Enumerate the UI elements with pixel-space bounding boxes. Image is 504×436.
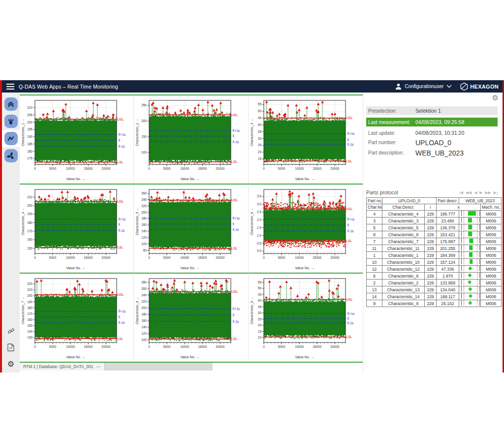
chart-cell-Characteristic_6[interactable]: X̄+1sX̄X̄-1sUSLLSL050001000015000200000.… [249,184,363,273]
svg-text:3.0: 3.0 [257,202,261,206]
table-row-Characteristic_9[interactable]: 9Characteristic_922925.102M006 [367,300,502,307]
menu-icon[interactable] [2,84,19,90]
table-row-Characteristic_6[interactable]: 6Characteristic_62291.870M006 [367,273,502,280]
cell-char-descr: Characteristic_12 [382,266,425,273]
cell-char-no: 14 [367,293,382,300]
sidebar-item-process-control[interactable] [2,113,20,130]
report-button[interactable] [2,339,20,356]
cell-x-value: 184.369 [437,252,459,259]
cell-char-no: 10 [367,259,382,266]
table-row-Characteristic_12[interactable]: 12Characteristic_1222947.336M006 [367,266,502,273]
svg-text:30: 30 [257,137,261,140]
svg-text:0: 0 [34,256,36,259]
table-row-Characteristic_3[interactable]: 3Characteristic_322923.490M006 [367,218,502,224]
part-description-row: Part description: WEB_UB_2023 [366,148,498,158]
right-panel: ⚙ Preselection: Selektion 1 Last measure… [363,93,503,373]
col-mach-no[interactable]: Mach. no. [481,204,502,211]
svg-text:X̄+1s: X̄+1s [347,132,355,135]
table-row-Characteristic_14[interactable]: 14Characteristic_14229188.117M006 [367,293,502,300]
hexagon-logo-icon [460,82,469,91]
svg-text:Characteristic_7 →: Characteristic_7 → [21,297,25,324]
spec-limit-viz [460,273,481,278]
prev-page-icon[interactable]: ◀ [474,190,477,195]
charts-area: X̄+1sX̄X̄-1sUSLLSL0500010000150002000017… [20,93,363,373]
sidebar-item-rotor[interactable] [2,147,20,164]
last-page-icon[interactable]: ▶| [494,190,498,195]
fast-forward-icon[interactable]: ▶▶ [485,190,491,195]
tab-more-icon[interactable]: ⋯ [96,364,101,369]
svg-text:1.0: 1.0 [257,234,261,237]
table-row-Characteristic_4[interactable]: 4Characteristic_4229196.777M006 [367,211,502,218]
chart-cell-Characteristic_1[interactable]: X̄+1sX̄X̄-1sUSLLSL0500010000150002000017… [20,94,134,184]
database-tab[interactable]: RTM 1 | Database: QDAS_DATA_001 ⋯ [20,363,105,371]
svg-text:Value No. →: Value No. → [295,177,314,181]
preselection-row[interactable]: Preselection: Selektion 1 [366,106,498,115]
cell-char-no: 6 [367,273,382,280]
svg-text:250: 250 [141,103,147,107]
sidebar-item-realtime-monitoring[interactable] [2,130,20,147]
table-row-Characteristic_11[interactable]: 11Characteristic_11229201.255M006 [367,245,502,252]
col-x[interactable]: x [437,204,481,211]
chart-cell-Characteristic_5[interactable]: X̄+1sX̄X̄-1sUSLLSL0500010000150002000080… [134,184,248,273]
cell-spec-limit-viz [459,224,481,231]
cell-spec-limit-viz [459,238,481,245]
chart-cell-Characteristic_3[interactable]: X̄+1sX̄X̄-1sUSLLSL0500010000150002000015… [249,94,363,184]
cell-i: 229 [425,286,437,293]
svg-text:3.5: 3.5 [257,194,261,198]
svg-text:Characteristic_5 →: Characteristic_5 → [135,208,139,235]
col-char-descr[interactable]: Char.Descr. [382,204,425,211]
chart-cell-Characteristic_7[interactable]: X̄+1sX̄X̄-1sUSLLSL0500010000150002000013… [20,273,134,362]
svg-text:X̄+1s: X̄+1s [347,312,355,315]
svg-text:20000: 20000 [216,256,225,259]
settings-button[interactable]: ⚙ [2,356,20,373]
svg-text:USL: USL [346,207,353,211]
col-char-no[interactable]: Char.No [367,204,382,211]
svg-text:Value No. →: Value No. → [295,355,314,359]
table-row-Characteristic_13[interactable]: 13Characteristic_13229134.040M006 [367,286,502,293]
link-button[interactable] [2,323,20,339]
cell-char-no: 8 [367,231,382,238]
svg-text:Characteristic_6 →: Characteristic_6 → [250,208,254,235]
table-row-Characteristic_10[interactable]: 10Characteristic_10229157.124M006 [367,259,502,266]
chart-cell-Characteristic_2[interactable]: X̄+1sX̄X̄-1sUSLLSL0500010000150002000010… [134,94,248,184]
svg-text:Characteristic_1 →: Characteristic_1 → [21,119,25,146]
cell-mach-no: M006 [481,280,502,286]
chart-cell-Characteristic_8[interactable]: X̄+1sX̄X̄-1sUSLLSL0500010000150002000010… [134,273,248,362]
table-row-Characteristic_8[interactable]: 8Characteristic_8229153.421M006 [367,231,502,238]
parts-protocol-table: Part no. UPLOAD_0 Part descr. WEB_UB_202… [366,197,502,307]
user-name[interactable]: Configurationuser [405,84,443,89]
cell-spec-limit-viz [459,286,481,293]
svg-text:190: 190 [27,300,32,304]
table-row-Characteristic_1[interactable]: 1Characteristic_1229184.369M006 [367,252,502,259]
next-page-icon[interactable]: ▶ [479,190,482,195]
cell-i: 229 [425,224,437,231]
cell-i: 229 [425,300,437,307]
col-i[interactable]: i [425,204,437,211]
svg-text:170: 170 [27,312,32,315]
table-row-Characteristic_2[interactable]: 2Characteristic_2229133.869M006 [367,280,502,286]
svg-text:Characteristic_8 →: Characteristic_8 → [135,297,139,324]
svg-text:2.5: 2.5 [257,210,261,214]
svg-text:220: 220 [141,300,147,303]
chart-cell-Characteristic_9[interactable]: X̄+1sX̄X̄-1sUSLLSL0500010000150002000010… [249,273,363,362]
table-row-Characteristic_7[interactable]: 7Characteristic_7229175.997M006 [367,238,502,245]
chart-cell-Characteristic_4[interactable]: X̄+1sX̄X̄-1sUSLLSL0500010000150002000015… [20,184,134,273]
svg-text:210: 210 [27,195,32,199]
svg-text:10000: 10000 [295,256,304,259]
chevron-down-icon[interactable] [446,85,452,88]
svg-text:220: 220 [27,282,32,285]
svg-text:210: 210 [27,288,32,291]
svg-text:20: 20 [257,150,261,154]
svg-text:40: 40 [257,123,261,126]
first-page-icon[interactable]: |◀ [459,190,463,195]
fast-back-icon[interactable]: ◀◀ [466,190,472,195]
svg-text:Value No. →: Value No. → [66,266,85,270]
chart-svg-Characteristic_5: X̄+1sX̄X̄-1sUSLLSL0500010000150002000080… [134,186,247,271]
sidebar-item-overview[interactable] [2,95,20,113]
table-row-Characteristic_5[interactable]: 5Characteristic_5229136.379M006 [367,224,502,231]
chart-svg-Characteristic_7: X̄+1sX̄X̄-1sUSLLSL0500010000150002000013… [20,275,132,360]
cell-mach-no: M006 [481,300,502,307]
panel-settings-gear-icon[interactable]: ⚙ [492,93,499,102]
svg-text:0.5: 0.5 [257,242,261,245]
chart-svg-Characteristic_2: X̄+1sX̄X̄-1sUSLLSL0500010000150002000010… [134,96,247,182]
